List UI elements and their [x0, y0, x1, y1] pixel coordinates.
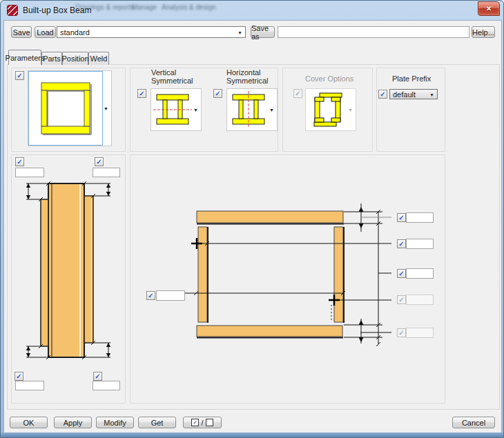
- plate-prefix-value: default: [393, 90, 416, 99]
- titlebar: Drawings & reports Manage Analysis & des…: [1, 1, 503, 20]
- web-offset-bottom-left-checkbox[interactable]: ✓: [14, 372, 23, 381]
- ok-button[interactable]: OK: [10, 417, 48, 428]
- dim-row-1-checkbox[interactable]: ✓: [397, 213, 406, 222]
- tab-parameters[interactable]: Parameters: [8, 50, 41, 65]
- horizontal-symmetrical-label: Horizontal: [226, 68, 261, 77]
- plate-prefix-combobox[interactable]: default ▼: [389, 89, 438, 99]
- vertical-symmetrical-dropdown[interactable]: ▼: [151, 88, 202, 131]
- cover-options-icon: [306, 89, 349, 130]
- background-ribbon-tab: Analysis & design: [162, 3, 216, 11]
- modify-button[interactable]: Modify: [96, 417, 134, 428]
- save-as-name-input[interactable]: [278, 26, 469, 38]
- vertical-symmetrical-checkbox[interactable]: ✓: [137, 89, 146, 98]
- dim-row-4-input: [406, 295, 434, 305]
- cover-options-label: Cover Options: [305, 74, 353, 83]
- chevron-down-icon: ▼: [348, 108, 353, 112]
- dim-row-3-input[interactable]: [406, 268, 434, 279]
- vertical-symmetry-icon: [151, 89, 194, 130]
- help-button[interactable]: Help...: [472, 26, 495, 38]
- close-button[interactable]: ✕: [478, 1, 500, 16]
- toggle-separator: /: [201, 419, 203, 427]
- horizontal-symmetrical-checkbox[interactable]: ✓: [213, 89, 222, 98]
- profile-combobox-value: standard: [60, 28, 90, 37]
- dim-row-4-checkbox: ✓: [397, 295, 406, 304]
- cover-options-checkbox: ✓: [293, 89, 302, 98]
- save-button[interactable]: Save: [11, 26, 32, 38]
- web-offset-top-left-checkbox[interactable]: ✓: [15, 157, 24, 166]
- cover-options-dropdown: ▼: [305, 88, 356, 131]
- preview-dropdown[interactable]: ▼: [28, 70, 112, 146]
- dim-row-5-checkbox: ✓: [397, 328, 406, 337]
- tab-weld[interactable]: Weld: [88, 52, 109, 65]
- horizontal-symmetrical-label: Symmetrical: [226, 77, 269, 85]
- web-offset-bottom-right-checkbox[interactable]: ✓: [93, 372, 102, 381]
- dialog-client-area: Save Load standard ▼ Save as Help... Par…: [3, 20, 502, 434]
- save-as-button[interactable]: Save as: [251, 26, 275, 38]
- chevron-down-icon: ▼: [193, 108, 198, 112]
- dim-row-2-input[interactable]: [406, 239, 434, 249]
- profile-combobox[interactable]: standard ▼: [57, 26, 246, 38]
- tab-parts[interactable]: Parts: [41, 52, 62, 65]
- preview-image-frame: [28, 71, 103, 146]
- window-title: Built-up Box Beam: [23, 6, 91, 15]
- web-offset-bottom-left-input[interactable]: [15, 381, 44, 390]
- chevron-down-icon: ▼: [104, 106, 108, 111]
- beam-elevation-drawing: [11, 175, 126, 368]
- checked-box-icon: ✓: [191, 419, 199, 426]
- apply-button[interactable]: Apply: [54, 417, 92, 428]
- dim-row-3-checkbox[interactable]: ✓: [397, 269, 406, 278]
- window-bottom-border: [1, 432, 503, 437]
- dim-row-2-checkbox[interactable]: ✓: [397, 239, 406, 248]
- horizontal-symmetry-icon: [227, 89, 270, 130]
- cancel-button[interactable]: Cancel: [452, 417, 495, 428]
- inner-width-input[interactable]: [156, 290, 185, 301]
- tab-position[interactable]: Position: [62, 52, 88, 65]
- get-button[interactable]: Get: [138, 417, 176, 428]
- unchecked-box-icon: [206, 419, 213, 426]
- box-section-preview-icon: [29, 72, 102, 145]
- plate-prefix-label: Plate Prefix: [392, 74, 431, 83]
- window-frame: Drawings & reports Manage Analysis & des…: [0, 0, 504, 438]
- vertical-symmetrical-label: Symmetrical: [151, 77, 193, 85]
- dim-row-1-input[interactable]: [406, 212, 434, 223]
- load-button[interactable]: Load: [35, 26, 56, 38]
- chevron-down-icon: ▼: [429, 92, 434, 97]
- app-icon: [7, 5, 18, 16]
- vertical-symmetrical-label: Vertical: [151, 68, 176, 77]
- dim-row-5-input: [406, 328, 434, 338]
- toggle-checkboxes-button[interactable]: ✓ /: [183, 417, 222, 428]
- chevron-down-icon: ▼: [269, 108, 274, 112]
- close-icon: ✕: [486, 5, 492, 12]
- cross-section-drawing: [130, 155, 445, 404]
- web-offset-bottom-right-input[interactable]: [93, 381, 120, 390]
- horizontal-symmetrical-dropdown[interactable]: ▼: [226, 88, 278, 131]
- built-up-box-beam-dialog: Drawings & reports Manage Analysis & des…: [0, 0, 504, 438]
- plate-prefix-checkbox[interactable]: ✓: [378, 90, 387, 99]
- preview-checkbox[interactable]: ✓: [15, 71, 24, 80]
- chevron-down-icon: ▼: [238, 30, 242, 34]
- web-offset-top-right-checkbox[interactable]: ✓: [95, 157, 104, 166]
- inner-width-checkbox[interactable]: ✓: [146, 291, 155, 300]
- background-ribbon-tab: Manage: [132, 3, 157, 11]
